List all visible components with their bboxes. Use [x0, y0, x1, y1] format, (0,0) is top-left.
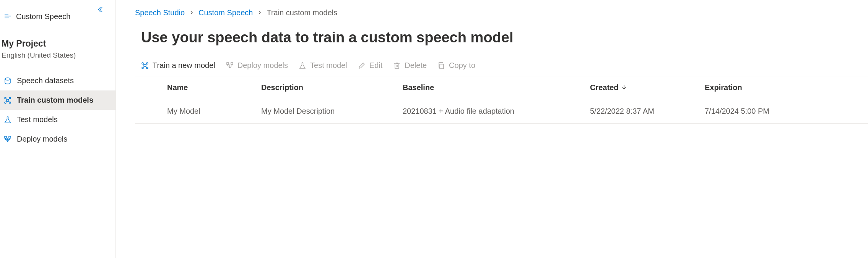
copy-to-button[interactable]: Copy to — [437, 61, 475, 70]
breadcrumb-item-current: Train custom models — [267, 8, 337, 17]
train-model-icon — [4, 97, 11, 104]
row-name-cell: My Model — [167, 107, 261, 116]
svg-point-5 — [5, 97, 6, 99]
svg-line-24 — [143, 64, 145, 65]
svg-point-8 — [9, 102, 11, 103]
table-header-created[interactable]: Created — [590, 83, 705, 92]
row-created-cell: 5/22/2022 8:37 AM — [590, 107, 705, 116]
table-header-expiration[interactable]: Expiration — [705, 83, 868, 92]
deploy-models-button[interactable]: Deploy models — [226, 61, 288, 70]
svg-rect-28 — [227, 63, 229, 64]
deploy-icon — [4, 135, 11, 143]
trash-icon — [393, 62, 401, 69]
svg-point-22 — [142, 67, 143, 69]
table-header-baseline[interactable]: Baseline — [403, 83, 590, 92]
sidebar-item-train-custom-models[interactable]: Train custom models — [0, 90, 115, 110]
svg-rect-29 — [231, 63, 233, 64]
chevron-right-icon — [189, 10, 194, 16]
toolbar-btn-label: Copy to — [449, 61, 475, 70]
table-header-row: Name Description Baseline Created Expira… — [135, 76, 868, 99]
deploy-icon — [226, 62, 234, 69]
sidebar-item-deploy-models[interactable]: Deploy models — [0, 129, 115, 149]
sidebar-item-label: Train custom models — [17, 96, 93, 105]
breadcrumb-item-custom-speech[interactable]: Custom Speech — [198, 8, 253, 17]
svg-line-10 — [8, 98, 10, 100]
svg-line-11 — [6, 101, 7, 102]
toolbar-btn-label: Train a new model — [153, 61, 215, 70]
page-title: Use your speech data to train a custom s… — [141, 29, 868, 46]
svg-point-23 — [146, 67, 148, 69]
toolbar-btn-label: Delete — [405, 61, 427, 70]
svg-line-26 — [143, 66, 145, 68]
svg-point-6 — [9, 97, 11, 99]
collapse-sidebar-icon[interactable] — [97, 6, 104, 15]
svg-line-12 — [8, 101, 10, 102]
toolbar-btn-label: Deploy models — [237, 61, 288, 70]
row-baseline-cell: 20210831 + Audio file adaptation — [403, 107, 590, 116]
breadcrumb-item-speech-studio[interactable]: Speech Studio — [135, 8, 185, 17]
project-name: My Project — [2, 39, 114, 49]
delete-button[interactable]: Delete — [393, 61, 427, 70]
svg-point-21 — [146, 63, 148, 64]
sort-down-icon — [621, 84, 627, 91]
database-icon — [4, 77, 11, 85]
svg-rect-34 — [440, 64, 444, 69]
row-checkbox-cell[interactable] — [135, 107, 167, 116]
models-table: Name Description Baseline Created Expira… — [135, 76, 868, 124]
table-header-description[interactable]: Description — [261, 83, 403, 92]
sidebar-item-test-models[interactable]: Test models — [0, 110, 115, 129]
main-content: Speech Studio Custom Speech Train custom… — [116, 0, 868, 258]
svg-rect-13 — [5, 136, 7, 138]
svg-line-9 — [6, 98, 7, 100]
project-block: My Project English (United States) — [0, 26, 115, 63]
flask-icon — [299, 62, 306, 69]
pencil-icon — [358, 62, 366, 69]
toolbar: Train a new model Deploy models — [135, 58, 868, 76]
sidebar-nav: Speech datasets Train custom models — [0, 71, 115, 149]
table-header-checkbox — [135, 83, 167, 92]
toolbar-btn-label: Edit — [369, 61, 382, 70]
list-icon — [4, 12, 11, 22]
sidebar-item-label: Test models — [17, 115, 58, 124]
train-new-model-button[interactable]: Train a new model — [141, 61, 215, 70]
svg-rect-14 — [9, 136, 11, 138]
chevron-right-icon — [257, 10, 262, 16]
row-description-cell: My Model Description — [261, 107, 403, 116]
sidebar: Custom Speech My Project English (United… — [0, 0, 116, 258]
sidebar-item-speech-datasets[interactable]: Speech datasets — [0, 71, 115, 90]
test-model-button[interactable]: Test model — [299, 61, 347, 70]
copy-icon — [437, 62, 445, 69]
table-header-created-label: Created — [590, 83, 618, 92]
svg-point-7 — [5, 102, 6, 103]
breadcrumb: Speech Studio Custom Speech Train custom… — [135, 8, 868, 17]
table-header-name[interactable]: Name — [167, 83, 261, 92]
train-model-icon — [141, 62, 149, 69]
svg-point-3 — [5, 78, 10, 80]
svg-line-27 — [146, 66, 147, 68]
sidebar-item-label: Deploy models — [17, 135, 67, 144]
edit-button[interactable]: Edit — [358, 61, 382, 70]
svg-point-20 — [142, 63, 143, 64]
svg-line-25 — [146, 64, 147, 65]
table-row[interactable]: My Model My Model Description 20210831 +… — [135, 99, 868, 124]
sidebar-header-label: Custom Speech — [16, 12, 70, 21]
sidebar-item-label: Speech datasets — [17, 76, 74, 85]
toolbar-btn-label: Test model — [310, 61, 347, 70]
row-expiration-cell: 7/14/2024 5:00 PM — [705, 107, 868, 116]
flask-icon — [4, 116, 11, 124]
project-language: English (United States) — [2, 51, 114, 60]
